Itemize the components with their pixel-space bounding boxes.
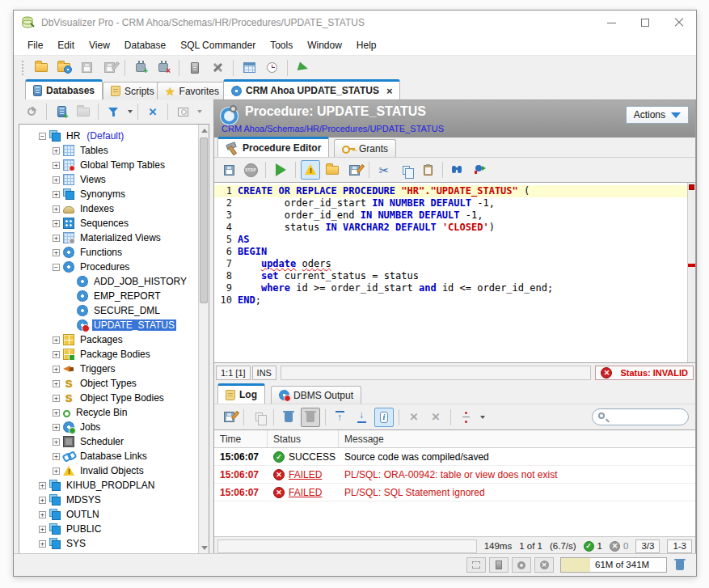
code-line[interactable]: 3 order_id_end IN NUMBER DEFAULT -1, xyxy=(214,209,687,222)
sql-editor[interactable]: 1CREATE OR REPLACE PROCEDURE "HR"."UPDAT… xyxy=(214,182,695,363)
tab-procedure-editor[interactable]: Procedure Editor xyxy=(217,137,329,157)
tail-button[interactable] xyxy=(456,408,475,427)
pane-dropdown-icon[interactable] xyxy=(197,110,202,113)
tree-item[interactable]: +KIHUB_PRODPLAN xyxy=(19,478,198,493)
expand-icon[interactable]: + xyxy=(53,191,60,198)
code-line[interactable]: 1CREATE OR REPLACE PROCEDURE "HR"."UPDAT… xyxy=(214,185,687,197)
stop-button[interactable]: STOP xyxy=(241,160,260,180)
tree-item[interactable]: −Procedures xyxy=(19,260,198,274)
tasks-status-button[interactable] xyxy=(512,557,531,573)
tree-item[interactable]: +Object Type Bodies xyxy=(19,391,198,405)
errors-status-button[interactable]: ✕ xyxy=(534,557,554,573)
scheduler-button[interactable] xyxy=(262,58,281,78)
tree-item[interactable]: +MDSYS xyxy=(19,493,198,507)
title-bar[interactable]: DbVisualizer Pro - CRM Ahoa/Schemas/HR/P… xyxy=(14,11,696,35)
tree-scrollbar[interactable] xyxy=(198,125,209,553)
find-replace-button[interactable] xyxy=(470,160,489,180)
tab-close-icon[interactable]: × xyxy=(386,85,393,97)
tree-item[interactable]: +Object Types xyxy=(19,376,198,391)
tree-item[interactable]: +Sequences xyxy=(19,216,198,231)
expand-icon[interactable]: + xyxy=(53,380,60,387)
tree-item[interactable]: +Tables xyxy=(19,143,198,158)
filter-button[interactable] xyxy=(103,102,123,121)
error-marker-icon[interactable] xyxy=(688,264,695,267)
tree-item[interactable]: +Jobs xyxy=(19,420,198,434)
code-line[interactable]: 6BEGIN xyxy=(214,246,687,258)
open-settings-button[interactable] xyxy=(54,58,74,78)
column-status[interactable]: Status xyxy=(268,430,339,447)
tree-item[interactable]: +SYS xyxy=(19,536,198,551)
add-folder-button[interactable] xyxy=(74,102,93,121)
tab-dbms-output[interactable]: DBMS Output xyxy=(271,386,361,404)
expand-icon[interactable]: + xyxy=(53,147,60,154)
scroll-down-icon[interactable] xyxy=(199,542,209,553)
tree-item[interactable]: ADD_JOB_HISTORY xyxy=(19,274,198,289)
auto-clear-button[interactable] xyxy=(301,408,320,427)
expand-icon[interactable]: + xyxy=(53,162,60,169)
tab-object[interactable]: CRM Ahoa UPDATE_STATUS × xyxy=(223,79,400,99)
log-export-button[interactable] xyxy=(219,408,238,427)
maximize-button[interactable] xyxy=(628,11,662,35)
tree-item[interactable]: +Materialized Views xyxy=(19,231,198,245)
scroll-to-top-button[interactable] xyxy=(331,408,350,427)
code-line[interactable]: 8 set current_status = status xyxy=(214,270,687,282)
collapse-icon[interactable]: − xyxy=(39,133,46,140)
tree-item[interactable]: +Packages xyxy=(19,332,198,347)
collapse-all-button[interactable]: ✕ xyxy=(143,102,162,121)
tab-favorites[interactable]: ★ Favorites xyxy=(157,82,227,99)
minimize-button[interactable] xyxy=(594,11,628,35)
expand-icon[interactable]: + xyxy=(39,540,46,548)
column-message[interactable]: Message xyxy=(339,430,695,447)
sql-commander-button[interactable] xyxy=(239,58,259,78)
connect-button[interactable]: + xyxy=(131,58,150,78)
connection-button[interactable] xyxy=(185,58,205,78)
tree-item[interactable]: EMP_REPORT xyxy=(19,289,198,303)
code-area[interactable]: 1CREATE OR REPLACE PROCEDURE "HR"."UPDAT… xyxy=(214,183,687,362)
menu-view[interactable]: View xyxy=(82,36,117,54)
filter-dropdown-icon[interactable] xyxy=(128,110,133,113)
close-button[interactable] xyxy=(662,11,696,35)
expand-icon[interactable]: + xyxy=(53,366,60,373)
expand-icon[interactable]: + xyxy=(53,438,60,446)
tree-item[interactable]: +Invalid Objects xyxy=(19,463,198,478)
preview-pane-button[interactable] xyxy=(173,102,192,121)
expand-icon[interactable]: + xyxy=(53,351,60,358)
copy-button[interactable] xyxy=(396,160,416,180)
code-line[interactable]: 7 update oders xyxy=(214,258,687,270)
menu-tools[interactable]: Tools xyxy=(263,36,300,54)
log-copy-button[interactable] xyxy=(249,408,268,427)
tree-item[interactable]: +Global Temp Tables xyxy=(19,158,198,172)
pages-indicator[interactable]: 3/3 xyxy=(635,539,660,553)
code-line[interactable]: 10END; xyxy=(214,294,687,307)
expand-icon[interactable]: + xyxy=(53,453,60,460)
tree-item[interactable]: UPDATE_STATUS xyxy=(19,318,198,332)
memory-indicator[interactable]: 61M of 341M xyxy=(560,557,667,573)
paste-button[interactable] xyxy=(418,160,437,180)
log-search-input[interactable] xyxy=(592,408,689,425)
tree-item[interactable]: SECURE_DML xyxy=(19,303,198,318)
tab-grants[interactable]: Grants xyxy=(334,139,396,157)
column-time[interactable]: Time xyxy=(214,430,268,447)
expand-icon[interactable]: + xyxy=(53,235,60,242)
insert-mode[interactable]: INS xyxy=(252,366,276,380)
expand-icon[interactable]: + xyxy=(39,482,46,489)
expand-icon[interactable]: + xyxy=(53,336,60,344)
code-line[interactable]: 4 status IN VARCHAR2 DEFAULT 'CLOSED') xyxy=(214,222,687,234)
log-row[interactable]: 15:06:07SUCCESSSource code was compiled/… xyxy=(214,448,695,466)
expand-icon[interactable]: + xyxy=(39,526,46,533)
actions-button[interactable]: Actions xyxy=(626,106,689,124)
tree-item[interactable]: +Synonyms xyxy=(19,187,198,201)
expand-icon[interactable]: + xyxy=(53,205,60,213)
tree-item[interactable]: +Scheduler xyxy=(19,434,198,449)
expand-all-button[interactable]: ✕ xyxy=(404,408,424,427)
expand-icon[interactable]: + xyxy=(53,409,60,417)
tree-item[interactable]: +Views xyxy=(19,172,198,187)
refresh-button[interactable] xyxy=(22,102,41,121)
compile-save-button[interactable] xyxy=(219,160,238,180)
export-button[interactable] xyxy=(344,160,364,180)
load-button[interactable] xyxy=(323,160,342,180)
code-line[interactable]: 2 order_id_start IN NUMBER DEFAULT -1, xyxy=(214,197,687,209)
save-as-button[interactable] xyxy=(99,58,119,78)
tree-item[interactable]: +OUTLN xyxy=(19,507,198,522)
connections-status-button[interactable] xyxy=(489,557,509,573)
